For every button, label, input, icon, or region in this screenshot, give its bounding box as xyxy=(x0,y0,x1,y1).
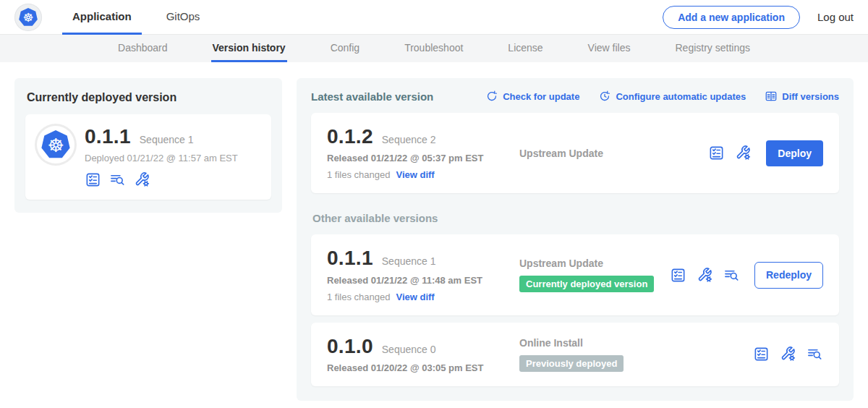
currently-deployed-panel: Currently deployed version 0.1.1 Sequenc… xyxy=(14,78,282,213)
deployed-version-card: 0.1.1 Sequence 1 Deployed 01/21/22 @ 11:… xyxy=(25,114,271,200)
released-timestamp: Released 01/21/22 @ 11:48 am EST xyxy=(327,275,506,286)
diff-versions-label: Diff versions xyxy=(782,91,839,102)
check-for-update-link[interactable]: Check for update xyxy=(485,90,579,103)
kubernetes-app-icon xyxy=(37,126,75,163)
version-source-label: Upstream Update xyxy=(519,148,708,159)
preflight-checks-icon[interactable] xyxy=(753,346,770,362)
version-number: 0.1.0 xyxy=(327,336,373,357)
subnav-registry-settings-label: Registry settings xyxy=(676,42,750,54)
version-source-label: Upstream Update xyxy=(519,258,670,269)
tab-gitops-label: GitOps xyxy=(166,10,200,22)
files-changed-label: 1 files changed xyxy=(327,169,390,180)
deployed-sequence-label: Sequence 1 xyxy=(140,134,194,145)
deploy-logs-icon[interactable] xyxy=(109,171,126,188)
top-navbar: Application GitOps Add a new application… xyxy=(0,0,868,35)
logout-link[interactable]: Log out xyxy=(817,11,854,23)
deploy-logs-icon[interactable] xyxy=(807,346,823,362)
version-row-0-1-0: 0.1.0 Sequence 0 Released 01/20/22 @ 03:… xyxy=(311,323,839,386)
version-number: 0.1.1 xyxy=(327,247,373,268)
clock-refresh-icon xyxy=(598,90,611,103)
preflight-checks-icon[interactable] xyxy=(670,267,686,284)
main-content: Currently deployed version 0.1.1 Sequenc… xyxy=(0,62,868,408)
top-tabs: Application GitOps xyxy=(62,0,224,35)
subnav-version-history-label: Version history xyxy=(213,42,286,54)
kubernetes-logo-icon xyxy=(14,4,42,31)
files-changed-label: 1 files changed xyxy=(327,292,390,302)
edit-config-icon[interactable] xyxy=(735,145,752,161)
edit-config-icon[interactable] xyxy=(134,171,150,188)
previously-deployed-badge: Previously deployed xyxy=(519,355,624,372)
app-subnav: Dashboard Version history Config Trouble… xyxy=(0,35,868,62)
currently-deployed-title: Currently deployed version xyxy=(25,88,271,114)
version-source-label: Online Install xyxy=(519,337,753,349)
configure-automatic-updates-link[interactable]: Configure automatic updates xyxy=(598,90,746,103)
view-diff-link[interactable]: View diff xyxy=(396,292,434,302)
subnav-registry-settings[interactable]: Registry settings xyxy=(674,35,752,62)
sequence-label: Sequence 0 xyxy=(382,344,436,355)
tab-application[interactable]: Application xyxy=(62,0,142,35)
deployed-version-number: 0.1.1 xyxy=(85,126,131,147)
released-timestamp: Released 01/21/22 @ 05:37 pm EST xyxy=(327,153,506,163)
view-diff-link[interactable]: View diff xyxy=(396,169,434,180)
deployed-timestamp: Deployed 01/21/22 @ 11:57 am EST xyxy=(85,153,238,163)
tab-gitops[interactable]: GitOps xyxy=(156,0,210,35)
add-application-button[interactable]: Add a new application xyxy=(663,6,800,29)
preflight-checks-icon[interactable] xyxy=(708,145,725,161)
diff-columns-icon xyxy=(765,90,778,103)
deploy-logs-icon[interactable] xyxy=(723,267,740,284)
sequence-label: Sequence 2 xyxy=(382,134,436,145)
subnav-version-history[interactable]: Version history xyxy=(211,35,287,62)
deploy-button[interactable]: Deploy xyxy=(766,140,823,166)
version-number: 0.1.2 xyxy=(327,126,373,147)
tab-application-label: Application xyxy=(72,10,132,22)
sequence-label: Sequence 1 xyxy=(382,255,436,267)
currently-deployed-badge: Currently deployed version xyxy=(519,276,654,292)
subnav-license[interactable]: License xyxy=(506,35,544,62)
top-right-actions: Add a new application Log out xyxy=(663,6,854,29)
subnav-troubleshoot[interactable]: Troubleshoot xyxy=(403,35,464,62)
subnav-config[interactable]: Config xyxy=(329,35,361,62)
version-row-0-1-1: 0.1.1 Sequence 1 Released 01/21/22 @ 11:… xyxy=(311,234,839,315)
released-timestamp: Released 01/20/22 @ 03:05 pm EST xyxy=(327,362,506,373)
latest-version-title: Latest available version xyxy=(311,90,433,103)
other-versions-title: Other available versions xyxy=(312,212,839,224)
diff-versions-link[interactable]: Diff versions xyxy=(765,90,839,103)
version-row-latest: 0.1.2 Sequence 2 Released 01/21/22 @ 05:… xyxy=(311,113,839,193)
configure-automatic-updates-label: Configure automatic updates xyxy=(616,91,746,102)
subnav-dashboard[interactable]: Dashboard xyxy=(116,35,169,62)
latest-version-header: Latest available version Check for updat… xyxy=(311,90,839,103)
redeploy-button[interactable]: Redeploy xyxy=(754,262,823,289)
check-for-update-label: Check for update xyxy=(503,91,579,102)
edit-config-icon[interactable] xyxy=(780,346,796,362)
subnav-license-label: License xyxy=(508,42,542,54)
subnav-troubleshoot-label: Troubleshoot xyxy=(404,42,463,54)
subnav-view-files[interactable]: View files xyxy=(587,35,632,62)
subnav-config-label: Config xyxy=(331,42,359,54)
subnav-dashboard-label: Dashboard xyxy=(118,42,168,54)
version-history-panel: Latest available version Check for updat… xyxy=(297,78,854,401)
subnav-view-files-label: View files xyxy=(588,42,631,54)
edit-config-icon[interactable] xyxy=(697,267,713,284)
refresh-icon xyxy=(485,90,498,103)
preflight-checks-icon[interactable] xyxy=(85,171,101,188)
